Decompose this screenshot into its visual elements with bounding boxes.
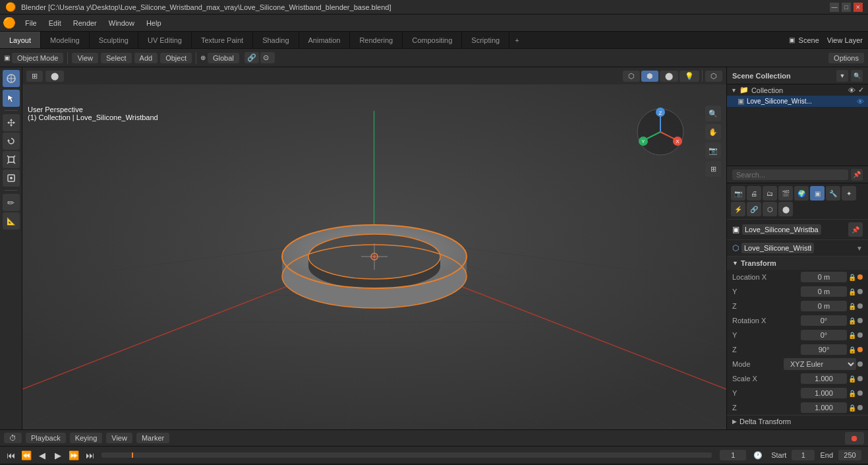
location-y-input[interactable] [801,286,847,297]
scale-y-input[interactable] [801,388,847,398]
material-preview-button[interactable]: ⬤ [660,71,678,82]
location-x-dot[interactable] [857,274,863,280]
physics-props-icon[interactable]: ⚡ [731,202,745,216]
proportional-edit-button[interactable]: ⊙ [260,52,275,63]
menu-edit[interactable]: Edit [43,18,67,28]
minimize-button[interactable]: — [830,3,839,12]
constraints-props-icon[interactable]: 🔗 [747,202,761,216]
zoom-to-fit-button[interactable]: 🔍 [705,106,721,121]
scale-y-dot[interactable] [857,390,863,396]
tab-modeling[interactable]: Modeling [41,32,90,48]
tab-layout[interactable]: Layout [0,32,41,48]
record-button[interactable]: ⏺ [845,432,864,445]
data-props-icon[interactable]: ⬡ [763,202,777,216]
outliner-object-row[interactable]: ▣ Love_Silicone_Wrist... 👁 [727,96,868,107]
step-back-button[interactable]: ⏪ [20,449,33,462]
location-y-dot[interactable] [857,289,863,294]
tab-scripting[interactable]: Scripting [462,32,509,48]
wireframe-button[interactable]: ⬡ [623,71,640,82]
mode-dot[interactable] [857,361,863,367]
scale-x-dot[interactable] [857,376,863,381]
location-x-lock-icon[interactable]: 🔒 [848,274,856,281]
rotation-x-input[interactable] [801,315,847,326]
maximize-button[interactable]: □ [842,3,851,12]
title-bar-controls[interactable]: — □ ✕ [830,3,863,12]
object-props-icon[interactable]: ▣ [810,186,825,201]
view-layer-dropdown[interactable]: View Layer [827,36,863,44]
object-menu[interactable]: Object [160,53,192,63]
view-menu[interactable]: View [72,53,98,63]
close-button[interactable]: ✕ [854,3,863,12]
object-visibility-icon[interactable]: 👁 [857,98,864,106]
step-forward-button[interactable]: ⏩ [67,449,80,462]
rotation-y-lock-icon[interactable]: 🔒 [848,332,856,339]
view-menu-timeline[interactable]: View [106,433,132,443]
tab-texture-paint[interactable]: Texture Paint [192,32,253,48]
outliner-filter-button[interactable]: ▼ [836,70,848,82]
rotation-z-dot[interactable] [857,347,863,352]
options-dropdown[interactable]: Options [828,53,864,63]
rotation-y-dot[interactable] [857,332,863,338]
play-reverse-button[interactable]: ◀ [36,449,49,462]
location-z-dot[interactable] [857,303,863,309]
mode-select[interactable]: XYZ Euler XZY Euler YXZ Euler Quaternion… [784,358,856,370]
tab-rendering[interactable]: Rendering [350,32,403,48]
particles-props-icon[interactable]: ✦ [842,186,856,201]
current-frame-input[interactable] [720,450,746,460]
world-props-icon[interactable]: 🌍 [794,186,809,201]
location-z-input[interactable] [801,301,847,311]
pin-button[interactable]: 📌 [851,169,863,181]
object-data-input[interactable] [741,243,814,253]
tab-shading[interactable]: Shading [253,32,299,48]
solid-button[interactable]: ⬢ [641,71,658,82]
play-button[interactable]: ▶ [51,449,65,462]
global-dropdown[interactable]: Global [208,53,239,63]
keying-menu[interactable]: Keying [70,433,103,443]
object-name-input[interactable] [742,224,821,235]
camera-view-button[interactable]: 📷 [705,142,721,158]
outliner-collection-row[interactable]: ▼ 📁 Collection 👁 ✓ [727,84,868,96]
menu-help[interactable]: Help [141,18,167,28]
rotation-z-lock-icon[interactable]: 🔒 [848,346,856,354]
timeline-scrubber[interactable] [101,452,712,458]
object-mode-dropdown[interactable]: Object Mode [12,53,63,63]
viewport-shading[interactable]: ⬤ [45,71,64,82]
measure-tool[interactable]: 📐 [3,212,20,230]
view-layer-props-icon[interactable]: 🗂 [763,186,777,201]
scene-dropdown[interactable]: Scene [799,36,819,44]
rotation-x-dot[interactable] [857,318,863,323]
add-workspace-button[interactable]: + [509,36,524,44]
timeline-icon-button[interactable]: ⏱ [4,433,22,443]
scene-props-icon[interactable]: 🎬 [778,186,793,201]
transform-section-header[interactable]: ▼ Transform [727,257,868,270]
outliner-search-button[interactable]: 🔍 [851,70,863,82]
collection-check-icon[interactable]: ✓ [858,86,864,94]
viewport-display-mode[interactable]: ⊞ [26,71,43,82]
toggle-grid-button[interactable]: ⊞ [705,161,721,177]
cursor-tool[interactable] [3,90,20,107]
playback-menu[interactable]: Playback [26,433,66,443]
output-props-icon[interactable]: 🖨 [747,186,761,201]
menu-file[interactable]: File [20,18,42,28]
rotation-x-lock-icon[interactable]: 🔒 [848,317,856,325]
start-frame-input[interactable] [792,450,815,460]
tab-compositing[interactable]: Compositing [403,32,462,48]
pan-view-button[interactable]: ✋ [705,124,721,140]
marker-menu[interactable]: Marker [136,433,169,443]
tab-sculpting[interactable]: Sculpting [90,32,138,48]
modifier-props-icon[interactable]: 🔧 [826,186,840,201]
transform-tool[interactable] [3,170,20,187]
location-z-lock-icon[interactable]: 🔒 [848,303,856,310]
render-props-icon[interactable]: 📷 [731,186,745,201]
jump-start-button[interactable]: ⏮ [4,449,17,462]
rotate-tool[interactable] [3,133,20,150]
scale-tool[interactable] [3,151,20,168]
annotate-tool[interactable]: ✏ [3,194,20,211]
add-menu[interactable]: Add [134,53,158,63]
end-frame-input[interactable] [838,450,861,460]
move-tool[interactable] [3,114,20,131]
pin-object-button[interactable]: 📌 [848,222,863,237]
location-y-lock-icon[interactable]: 🔒 [848,288,856,295]
relations-row[interactable]: ▶ Relations [727,427,868,429]
menu-window[interactable]: Window [103,18,140,28]
